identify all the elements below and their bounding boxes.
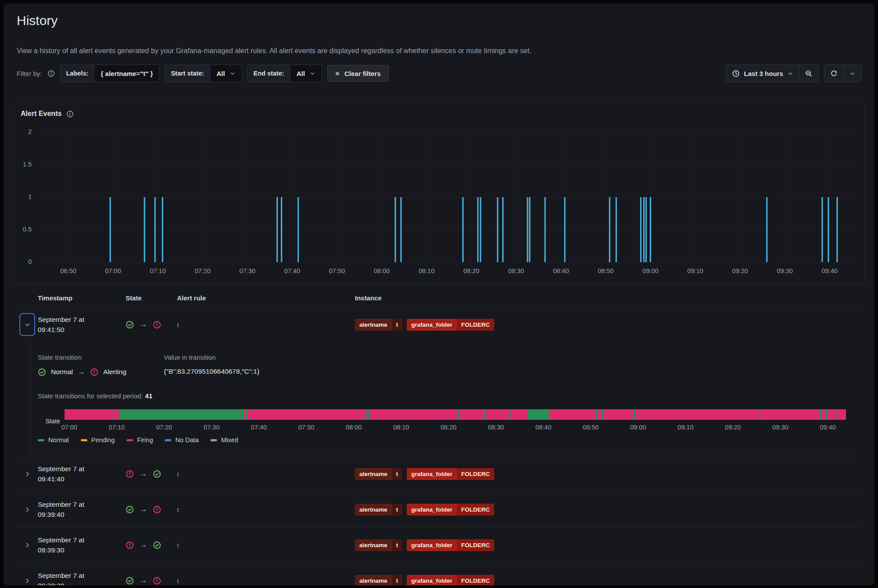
labels-input[interactable]: { alertname="t" } xyxy=(94,65,159,82)
end-state-select[interactable]: All xyxy=(290,65,322,82)
legend-item-no-data[interactable]: No Data xyxy=(165,436,199,444)
alert-rule-link[interactable]: t xyxy=(177,470,179,478)
x-tick-label: 07:20 xyxy=(156,424,172,431)
gridline xyxy=(37,230,854,230)
event-bar xyxy=(281,197,282,262)
info-icon[interactable] xyxy=(47,70,55,77)
gridline xyxy=(113,132,113,262)
instance-label-badge: grafana_folderFOLDERC xyxy=(407,504,494,516)
event-bar xyxy=(645,197,647,262)
chevron-right-icon xyxy=(24,542,31,548)
x-tick-label: 09:00 xyxy=(630,424,646,431)
timeline-axis-label: State xyxy=(38,418,65,425)
timeline-segment-firing xyxy=(114,409,119,420)
alert-events-chart: 00.511.5206:5007:0007:1007:2007:3007:400… xyxy=(37,132,854,262)
time-range-button[interactable]: Last 3 hours xyxy=(726,65,799,82)
instance-label-badge: alertnamet xyxy=(355,319,402,331)
chevron-down-icon xyxy=(24,321,31,328)
end-state-label: End state: xyxy=(248,65,290,82)
gridline xyxy=(695,132,696,262)
arrow-right-icon: → xyxy=(140,505,147,514)
x-tick-label: 09:10 xyxy=(687,267,703,274)
state-timeline-axis: 07:0007:1007:2007:3007:4007:5008:0008:10… xyxy=(65,424,846,433)
timeline-segment-normal xyxy=(119,409,244,420)
legend-swatch xyxy=(81,439,87,441)
page-description: View a history of all alert events gener… xyxy=(17,47,531,55)
legend-item-normal[interactable]: Normal xyxy=(38,436,69,444)
timeline-segment-firing xyxy=(369,409,457,420)
alert-rule-link[interactable]: t xyxy=(177,541,179,549)
x-tick-label: 06:50 xyxy=(60,267,76,274)
exclamation-circle-icon xyxy=(153,321,161,329)
arrow-right-icon: → xyxy=(140,469,147,478)
check-circle-icon xyxy=(126,505,134,514)
arrow-right-icon: → xyxy=(140,320,147,329)
event-bar xyxy=(502,197,503,262)
exclamation-circle-icon xyxy=(126,470,134,478)
row-expand-button[interactable] xyxy=(24,471,31,477)
x-tick-label: 08:50 xyxy=(598,267,614,274)
row-expand-button[interactable] xyxy=(24,542,31,548)
row-expand-button[interactable] xyxy=(24,506,31,513)
start-state-label: Start state: xyxy=(165,65,210,82)
x-tick-label: 07:00 xyxy=(61,424,77,431)
zoom-out-button[interactable] xyxy=(799,65,818,82)
event-bar xyxy=(527,197,528,262)
refresh-interval-dropdown[interactable] xyxy=(843,65,861,82)
check-circle-icon xyxy=(126,577,134,585)
clear-filters-button[interactable]: × Clear filters xyxy=(327,65,388,82)
alert-rule-link[interactable]: t xyxy=(177,577,179,584)
x-tick-label: 08:10 xyxy=(393,424,409,431)
start-state-filter-group: Start state: All xyxy=(165,65,242,82)
time-range-picker: Last 3 hours xyxy=(726,65,819,82)
timeline-segment-normal xyxy=(528,409,549,420)
x-tick-label: 07:00 xyxy=(105,267,121,274)
alert-history-page: History View a history of all alert even… xyxy=(4,4,874,585)
exclamation-circle-icon xyxy=(90,368,98,376)
info-icon[interactable] xyxy=(66,110,74,118)
y-tick-label: 0.5 xyxy=(14,226,32,233)
row-state: → xyxy=(126,469,177,478)
table-row: September 7 at09:39:30 → t alertnametgra… xyxy=(17,527,861,563)
legend-item-firing[interactable]: Firing xyxy=(126,436,153,444)
column-header-alert-rule: Alert rule xyxy=(177,294,355,302)
check-circle-icon xyxy=(153,541,161,549)
gridline xyxy=(471,132,472,262)
x-tick-label: 07:50 xyxy=(329,267,345,274)
legend-item-pending[interactable]: Pending xyxy=(81,436,115,444)
gridline xyxy=(37,165,854,165)
event-bar xyxy=(640,197,641,262)
event-bar xyxy=(154,197,155,262)
chevron-down-icon xyxy=(310,71,315,76)
alert-events-panel: Alert Events 00.511.5206:5007:0007:1007:… xyxy=(13,104,865,285)
gridline xyxy=(292,132,293,262)
timeline-segment-firing xyxy=(549,409,596,420)
refresh-button[interactable] xyxy=(824,65,843,82)
transitions-count-line: State transitions for selected period:41 xyxy=(38,392,861,400)
exclamation-circle-icon xyxy=(153,505,161,514)
y-tick-label: 1.5 xyxy=(14,161,32,168)
start-state-select[interactable]: All xyxy=(210,65,242,82)
instance-label-badge: alertnamet xyxy=(355,575,402,586)
end-state-filter-group: End state: All xyxy=(247,65,322,82)
instance-label-badge: grafana_folderFOLDERC xyxy=(407,539,494,551)
panel-title: Alert Events xyxy=(21,110,61,118)
event-bar xyxy=(609,197,610,262)
x-tick-label: 09:00 xyxy=(643,267,658,274)
timeline-segment-firing xyxy=(827,409,836,420)
labels-field-label: Labels: xyxy=(61,65,95,82)
column-header-timestamp: Timestamp xyxy=(38,294,126,302)
timeline-segment-firing xyxy=(512,409,528,420)
alert-rule-link[interactable]: t xyxy=(177,321,179,328)
gridline xyxy=(740,132,741,262)
page-title: History xyxy=(17,13,58,28)
alert-rule-link[interactable]: t xyxy=(177,506,179,513)
row-expand-button[interactable] xyxy=(19,313,35,336)
x-tick-label: 08:10 xyxy=(419,267,434,274)
row-expand-button[interactable] xyxy=(24,577,31,584)
row-timestamp: September 7 at09:38:20 xyxy=(38,570,126,585)
x-tick-label: 08:20 xyxy=(463,267,479,274)
arrow-right-icon: → xyxy=(140,576,147,585)
legend-item-mixed[interactable]: Mixed xyxy=(210,436,238,444)
value-in-transition: {"B":83.27095106640678,"C":1} xyxy=(164,368,260,375)
